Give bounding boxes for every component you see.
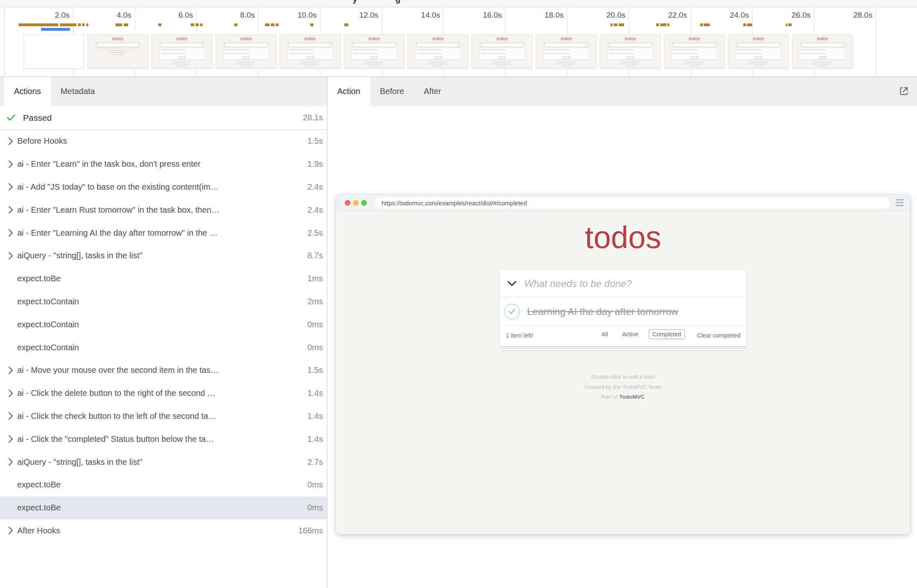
film-strip-thumbnail[interactable]: todos bbox=[152, 34, 212, 69]
new-todo-input[interactable]: What needs to be done? bbox=[500, 270, 746, 298]
expand-chevron-icon[interactable] bbox=[6, 137, 16, 145]
page-url: https://todomvc.com/examples/react/dist/… bbox=[382, 200, 527, 207]
action-label: ai - Enter "Learning AI the day after to… bbox=[17, 228, 302, 238]
film-strip-thumbnail[interactable]: todos bbox=[664, 34, 725, 69]
action-marker bbox=[611, 23, 613, 26]
open-in-new-window-icon[interactable] bbox=[898, 85, 910, 97]
action-row[interactable]: ai - Click the delete button to the righ… bbox=[0, 382, 327, 405]
expand-chevron-icon[interactable] bbox=[6, 526, 16, 535]
action-row[interactable]: expect.toBe0ms bbox=[0, 496, 327, 519]
film-strip-thumbnail[interactable]: todos bbox=[280, 34, 341, 69]
action-row[interactable]: expect.toBe0ms bbox=[0, 473, 327, 496]
timeline-strip[interactable]: 2.0s4.0s6.0s8.0s10.0s12.0s14.0s16.0s18.0… bbox=[0, 8, 917, 77]
film-strip-thumbnail[interactable]: todos bbox=[536, 34, 597, 69]
tab-actions[interactable]: Actions bbox=[4, 77, 51, 106]
filter-all[interactable]: All bbox=[598, 329, 612, 339]
action-row[interactable]: expect.toContain0ms bbox=[0, 313, 327, 336]
expand-chevron-icon[interactable] bbox=[6, 412, 16, 420]
action-marker bbox=[344, 23, 348, 26]
todomvc-brand-link[interactable]: TodoMVC bbox=[619, 394, 645, 400]
test-status-label: Passed bbox=[23, 113, 303, 123]
action-duration: 1ms bbox=[307, 274, 323, 283]
todo-card: What needs to be done? Learning AI the d… bbox=[500, 270, 746, 346]
thumbnail-info-lines bbox=[216, 62, 276, 67]
thumbnail-todos-title: todos bbox=[664, 37, 724, 41]
expand-chevron-icon[interactable] bbox=[6, 206, 16, 214]
action-duration: 1.4s bbox=[307, 388, 323, 398]
filter-completed[interactable]: Completed bbox=[649, 329, 685, 339]
action-marker bbox=[700, 23, 703, 26]
test-status-row[interactable]: Passed 28.1s bbox=[0, 106, 327, 130]
expand-chevron-icon[interactable] bbox=[6, 435, 16, 443]
film-strip-thumbnail[interactable]: todos bbox=[600, 34, 661, 69]
expand-chevron-icon[interactable] bbox=[6, 252, 16, 260]
todos-app-title: todos bbox=[336, 221, 910, 254]
action-row[interactable]: aiQuery - "string[], tasks in the list"8… bbox=[0, 244, 327, 267]
action-row[interactable]: ai - Move your mouse over the second ite… bbox=[0, 359, 327, 382]
action-row[interactable]: ai - Add "JS today" to base on the exist… bbox=[0, 176, 327, 199]
action-row[interactable]: ai - Click the check button to the left … bbox=[0, 405, 327, 428]
todo-toggle-checked-icon[interactable] bbox=[504, 304, 520, 319]
action-row[interactable]: expect.toContain0ms bbox=[0, 336, 327, 359]
film-strip-thumbnail[interactable]: todos bbox=[216, 34, 276, 69]
thumbnail-info-lines bbox=[793, 62, 852, 67]
thumbnail-info-lines bbox=[408, 62, 468, 67]
film-strip-thumbnail[interactable]: todos bbox=[472, 34, 532, 69]
expand-chevron-icon[interactable] bbox=[6, 389, 16, 397]
thumbnail-info-lines bbox=[728, 62, 788, 67]
tab-metadata[interactable]: Metadata bbox=[51, 77, 105, 106]
action-row[interactable]: expect.toContain2ms bbox=[0, 290, 327, 313]
action-row[interactable]: After Hooks166ms bbox=[0, 519, 327, 542]
thumbnail-card bbox=[544, 42, 589, 60]
thumbnail-info-lines bbox=[88, 50, 148, 55]
todo-item[interactable]: Learning AI the day after tomorrow bbox=[500, 298, 746, 326]
action-row[interactable]: ai - Click the "completed" Status button… bbox=[0, 427, 327, 450]
window-title-bar: y g bbox=[0, 0, 917, 8]
film-strip-thumbnail[interactable] bbox=[23, 34, 84, 69]
clear-completed-button[interactable]: Clear completed bbox=[697, 332, 740, 339]
traffic-light-red bbox=[345, 200, 350, 206]
action-row[interactable]: ai - Enter "Learn" in the task box, don'… bbox=[0, 153, 327, 176]
film-strip-thumbnail[interactable]: todos bbox=[88, 34, 148, 69]
action-duration: 1.4s bbox=[307, 434, 323, 444]
film-strip-thumbnail[interactable]: todos bbox=[792, 34, 853, 69]
film-strip-thumbnail[interactable]: todos bbox=[728, 34, 789, 69]
browser-chrome-bar: https://todomvc.com/examples/react/dist/… bbox=[336, 195, 910, 211]
thumbnail-card bbox=[288, 42, 333, 60]
action-row[interactable]: Before Hooks1.5s bbox=[0, 130, 327, 153]
thumbnail-card bbox=[95, 42, 141, 48]
action-duration: 1.4s bbox=[307, 411, 323, 421]
timeline-tick-label: 22.0s bbox=[668, 11, 687, 20]
action-label: expect.toBe bbox=[17, 480, 302, 489]
left-tabbar: Actions Metadata bbox=[0, 77, 327, 106]
film-strip-thumbnail[interactable]: todos bbox=[344, 34, 405, 69]
film-strip-thumbnail[interactable]: todos bbox=[408, 34, 468, 69]
tab-before[interactable]: Before bbox=[370, 77, 414, 106]
timeline-tick-label: 10.0s bbox=[297, 11, 316, 20]
todo-item-text: Learning AI the day after tomorrow bbox=[527, 306, 678, 317]
timeline-tick-label: 28.0s bbox=[853, 11, 872, 20]
actions-panel: Actions Metadata Passed 28.1s Before Hoo… bbox=[0, 77, 327, 588]
thumbnail-todos-title: todos bbox=[728, 37, 788, 41]
timeline-tick-label: 24.0s bbox=[730, 11, 749, 20]
expand-chevron-icon[interactable] bbox=[6, 229, 16, 237]
action-duration: 2.4s bbox=[307, 182, 323, 192]
action-row[interactable]: aiQuery - "string[], tasks in the list"2… bbox=[0, 450, 327, 473]
action-row[interactable]: expect.toBe1ms bbox=[0, 267, 327, 290]
expand-chevron-icon[interactable] bbox=[6, 160, 16, 168]
expand-chevron-icon[interactable] bbox=[6, 366, 16, 374]
filter-active[interactable]: Active bbox=[618, 329, 642, 339]
expand-chevron-icon[interactable] bbox=[6, 458, 16, 466]
tab-after[interactable]: After bbox=[414, 77, 451, 106]
address-bar[interactable]: https://todomvc.com/examples/react/dist/… bbox=[375, 198, 890, 209]
thumbnail-todos-title: todos bbox=[216, 37, 276, 41]
tab-action[interactable]: Action bbox=[327, 77, 370, 106]
chevron-down-icon[interactable] bbox=[507, 280, 517, 287]
thumbnail-card bbox=[608, 42, 653, 60]
timeline-tick-label: 12.0s bbox=[359, 11, 378, 20]
timeline-tick-label: 2.0s bbox=[55, 11, 70, 20]
action-marker bbox=[191, 23, 194, 26]
action-row[interactable]: ai - Enter "Learn Rust tomorrow" in the … bbox=[0, 198, 327, 221]
expand-chevron-icon[interactable] bbox=[6, 183, 16, 191]
action-row[interactable]: ai - Enter "Learning AI the day after to… bbox=[0, 221, 327, 244]
